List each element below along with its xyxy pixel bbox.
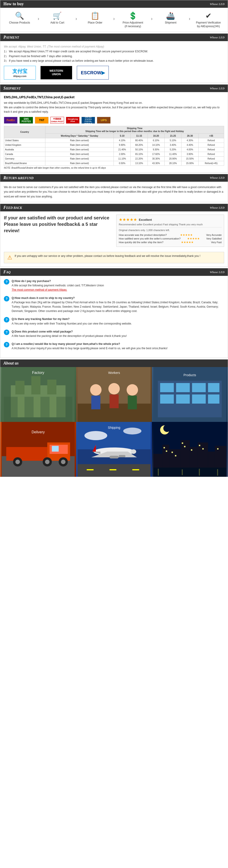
about-product-img: Products: [152, 367, 228, 422]
svg-text:Products: Products: [184, 373, 196, 377]
escrow-label: ESCROW▶: [81, 70, 105, 75]
svg-point-41: [61, 460, 66, 464]
feedback-excellent-label: Excellent: [139, 218, 152, 221]
plane-svg: Shipping: [76, 422, 152, 477]
country-ca: Canada: [4, 152, 45, 156]
faq-a4: A:We have declared the packing detail on…: [12, 334, 127, 338]
feedback-warning-box: ⚠ If you are unhappy with our service or…: [4, 252, 224, 263]
faq-q1: Q:How do I pay my purchase?: [12, 279, 104, 283]
ems-logo: EMS POSTES: [20, 117, 33, 124]
feedback-chars-left: Original characters only. 1,000 characte…: [119, 229, 222, 231]
table-sub-26-30: 26-30: [182, 133, 198, 138]
car-svg: Delivery: [0, 422, 76, 477]
svg-rect-69: [164, 447, 165, 448]
payment-header: Payment Whose LED: [0, 34, 228, 41]
rate-au: Rate (item arrived): [45, 147, 114, 152]
rate-de: Rate (item arrived): [45, 156, 114, 161]
faq-item-5: ? Q:I am a reseller,I would like to buy …: [4, 342, 224, 350]
table-row: Germany Rate (item arrived) 11.10% 22.20…: [4, 156, 224, 161]
fq-row-2: How satifiled were you with the seller's…: [119, 237, 222, 240]
how-to-buy-section: How to buy Whose LED 🔍 Choose Products ›…: [0, 0, 228, 32]
payment-whose: Whose LED: [210, 36, 225, 39]
svg-rect-22: [160, 395, 174, 404]
faq-a1-highlight: The most common method of payment Alipay…: [12, 288, 104, 292]
shipment-header: Shipment Whose LED: [0, 85, 228, 92]
escrow-logo: ESCROW▶: [77, 66, 109, 80]
shipment-title-text: Shipment: [3, 86, 21, 91]
svg-rect-4: [47, 380, 56, 395]
svg-rect-78: [217, 448, 219, 450]
faq-section: Faq Whose LED ? Q:How do I pay my purcha…: [0, 268, 228, 358]
table-row: United States Rate (item arrived) 4.10% …: [4, 138, 224, 143]
faq-a2: A:Package less than 2Kg will be shipped …: [12, 300, 224, 314]
svg-rect-32: [6, 447, 47, 461]
svg-point-80: [163, 425, 171, 432]
verify-icon: ✔: [205, 11, 212, 20]
step-price-adjustment: 💲 Price Adjustment(if necessary): [117, 11, 149, 28]
about-workers-img: Workers: [76, 367, 152, 422]
about-plane-img: Shipping: [76, 422, 152, 477]
svg-rect-74: [184, 446, 186, 447]
arrow-3: ›: [113, 14, 115, 21]
table-sub-21-25: 21-25: [165, 133, 182, 138]
hkpost-logo: Hongkong Post: [66, 117, 80, 124]
payment-desc-2: 2） Payment must be finished with 7 days …: [4, 54, 224, 59]
svg-rect-53: [119, 455, 125, 457]
step-ship-label: Shipment: [165, 21, 177, 25]
svg-point-46: [123, 428, 141, 434]
feedback-comment: Recommended seller Excellent product Fas…: [119, 223, 222, 226]
faq-text-2: Q:How much does it cost to ship to my co…: [12, 296, 224, 314]
how-to-buy-header: How to buy Whose LED: [0, 0, 228, 8]
svg-rect-70: [166, 451, 167, 452]
feedback-box-col: ★★★★★ Excellent Recommended seller Excel…: [116, 215, 224, 247]
faq-q2: Q:How much does it cost to ship to my co…: [12, 296, 224, 300]
arrow-5: ›: [189, 14, 190, 21]
shipment-whose: Whose LED: [210, 87, 225, 90]
faq-item-4: ? Q:Does this product come with retail p…: [4, 330, 224, 338]
how-to-buy-title-text: How to buy: [3, 2, 24, 6]
svg-point-37: [15, 460, 20, 464]
svg-point-16: [126, 384, 138, 396]
svg-rect-81: [153, 468, 226, 477]
return-description: We do our best to serve our customers.If…: [4, 185, 224, 199]
step-choose-products: 🔍 Choose Products: [4, 11, 36, 25]
shipment-section: Shipment Whose LED EMS,DHL,UPS,FedEx,TNT…: [0, 84, 228, 173]
svg-rect-84: [199, 469, 200, 475]
return-content: We do our best to serve our customers.If…: [0, 182, 228, 202]
step-order-label: Place Order: [88, 21, 102, 25]
svg-rect-21: [160, 383, 174, 392]
step-choose-label: Choose Products: [9, 21, 30, 25]
price-icon: 💲: [128, 11, 138, 20]
svg-point-12: [90, 384, 102, 396]
svg-text:Delivery: Delivery: [32, 430, 45, 434]
faq-text-3: Q:Is there any tracking Number for my it…: [12, 317, 132, 326]
faq-title-text: Faq: [3, 270, 10, 275]
usps-logo: UNITED STATES POSTAL SERVICE: [81, 117, 95, 124]
table-sub-working-days: Working Days * Saturday * Sunday: [45, 133, 114, 138]
svg-rect-75: [191, 449, 192, 451]
shipment-carriers-title: EMS,DHL,UPS,FedEx,TNT,China post,E-packe…: [4, 95, 224, 99]
step-price-label: Price Adjustment(if necessary): [123, 21, 143, 28]
table-row: United Kingdom Rate (item arrived) 9.90%…: [4, 143, 224, 147]
fq-row-1: How accurate was the product description…: [119, 233, 222, 237]
svg-rect-77: [202, 448, 204, 450]
about-us-section: About us Factory: [0, 359, 228, 477]
svg-rect-26: [192, 395, 206, 404]
svg-rect-8: [4, 397, 72, 422]
faq-q4: Q:Does this product come with retail pac…: [12, 330, 127, 334]
cart-icon: 🛒: [53, 11, 62, 20]
payment-desc-1: 1） We accept Alipay,West Union,TT All ma…: [4, 49, 224, 54]
arrow-1: ›: [38, 14, 39, 21]
payment-accepts-title: We accept: Alipay, West Union, TT. (The …: [4, 44, 224, 48]
table-row: Brazil/Russia/Ukraine Rate (item arrived…: [4, 161, 224, 165]
faq-a1: A:We accept the following payment method…: [12, 283, 104, 288]
table-sub-16-20: 16-20: [148, 133, 164, 138]
svg-point-51: [130, 449, 136, 454]
payment-desc-3: 3） If you have need a very large amout,p…: [4, 59, 224, 63]
svg-rect-54: [78, 464, 150, 477]
step-cart-label: Add to Cart: [50, 21, 64, 25]
table-row: Canada Rate (item arrived) 2.00% 65.10% …: [4, 152, 224, 156]
arrow-4: ›: [151, 14, 153, 21]
tnt-logo: TNT: [35, 117, 48, 124]
svg-rect-56: [109, 469, 116, 470]
